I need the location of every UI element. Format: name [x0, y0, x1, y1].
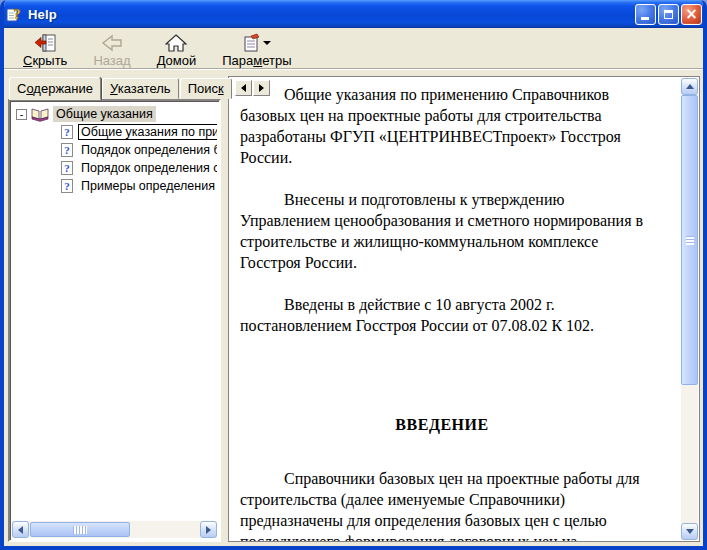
tab-scroll-right-button[interactable] [253, 80, 270, 96]
tab-search[interactable]: Поиск [180, 78, 232, 99]
tab-scroll-left-button[interactable] [235, 80, 252, 96]
vertical-scroll-track[interactable] [681, 95, 698, 523]
tree-root-item[interactable]: - Общие указания [14, 105, 217, 123]
vertical-scrollbar [681, 78, 698, 540]
home-icon [165, 33, 187, 53]
help-app-icon: ? [6, 6, 23, 23]
svg-text:?: ? [14, 7, 21, 22]
left-arrow-icon [18, 526, 23, 534]
minimize-icon [641, 17, 649, 20]
tree-item-topic-4[interactable]: ? Примеры определения баз [14, 177, 217, 195]
up-arrow-icon [686, 84, 694, 89]
options-dropdown-icon [263, 41, 271, 45]
tree-item-label[interactable]: Порядок определения стои [78, 160, 217, 176]
maximize-button[interactable] [658, 4, 679, 25]
svg-text:?: ? [64, 180, 70, 192]
window-title: Help [28, 7, 635, 22]
svg-text:?: ? [64, 144, 70, 156]
section-heading: ВВЕДЕНИЕ [240, 414, 644, 435]
toolbar: Скрыть Назад Домой [4, 28, 703, 68]
tab-contents[interactable]: Содержание [9, 77, 101, 100]
options-icon [242, 33, 271, 53]
back-button[interactable]: Назад [84, 30, 139, 70]
tab-scroll-arrows [235, 80, 270, 96]
horizontal-scroll-thumb[interactable] [30, 522, 130, 537]
paragraph: Введены в действие с 10 августа 2002 г. … [240, 294, 644, 336]
tree-item-label[interactable]: Примеры определения баз [78, 178, 217, 194]
svg-text:?: ? [64, 162, 70, 174]
paragraph: Общие указания по применению Справочнико… [240, 84, 644, 168]
help-topic-icon: ? [60, 178, 74, 194]
hide-icon [34, 33, 56, 53]
scroll-up-button[interactable] [681, 78, 698, 95]
options-button[interactable]: Параметры [213, 30, 300, 70]
minimize-button[interactable] [635, 4, 656, 25]
paragraph: Справочники базовых цен на проектные раб… [240, 468, 644, 541]
topic-pane: Общие указания по применению Справочнико… [228, 76, 700, 542]
down-arrow-icon [686, 529, 694, 534]
help-topic-icon: ? [60, 124, 74, 140]
collapse-expander-icon[interactable]: - [16, 109, 27, 120]
back-icon [100, 33, 124, 53]
home-button-label: Домой [157, 53, 197, 68]
options-button-label: Параметры [222, 53, 291, 68]
tree-item-label[interactable]: Подядок определения базо [78, 142, 217, 158]
right-arrow-icon [206, 526, 211, 534]
tree-item-topic-1[interactable]: ? Общие указания по примен [14, 123, 217, 141]
svg-text:?: ? [64, 126, 70, 138]
thumb-grip-icon [73, 526, 87, 534]
tab-index[interactable]: Указатель [102, 78, 179, 99]
tree-root-label[interactable]: Общие указания [53, 106, 156, 122]
paragraph: Внесены и подготовлены к утверждению Упр… [240, 189, 644, 273]
titlebar[interactable]: ? Help × [0, 0, 707, 28]
close-icon: × [685, 7, 698, 22]
tab-bar: Содержание Указатель Поиск [8, 76, 221, 99]
back-button-label: Назад [93, 53, 130, 68]
contents-tree: - Общие указания ? Общие указания [8, 99, 221, 542]
help-topic-icon: ? [60, 160, 74, 176]
help-window: ? Help × Скрыть [0, 0, 707, 550]
help-topic-icon: ? [60, 142, 74, 158]
hide-button[interactable]: Скрыть [14, 30, 76, 70]
tree-item-topic-3[interactable]: ? Порядок определения стои [14, 159, 217, 177]
scroll-right-button[interactable] [200, 521, 217, 538]
tree-item-topic-2[interactable]: ? Подядок определения базо [14, 141, 217, 159]
pane-splitter[interactable] [221, 76, 228, 542]
hide-button-label: Скрыть [23, 53, 67, 68]
maximize-icon [664, 10, 673, 19]
home-button[interactable]: Домой [148, 30, 206, 70]
topic-content: Общие указания по применению Справочнико… [229, 77, 680, 541]
vertical-scroll-thumb[interactable] [681, 95, 698, 385]
main-area: Содержание Указатель Поиск - [4, 70, 703, 546]
open-book-icon [31, 107, 49, 122]
thumb-grip-icon [686, 236, 694, 245]
tree-item-label[interactable]: Общие указания по примен [78, 124, 217, 140]
scroll-left-button[interactable] [12, 521, 29, 538]
window-controls: × [635, 4, 702, 25]
scroll-down-button[interactable] [681, 523, 698, 540]
navigation-pane: Содержание Указатель Поиск - [8, 76, 221, 542]
right-arrow-icon [259, 84, 264, 92]
horizontal-scrollbar [12, 521, 217, 538]
close-button[interactable]: × [681, 4, 702, 25]
left-arrow-icon [241, 84, 246, 92]
